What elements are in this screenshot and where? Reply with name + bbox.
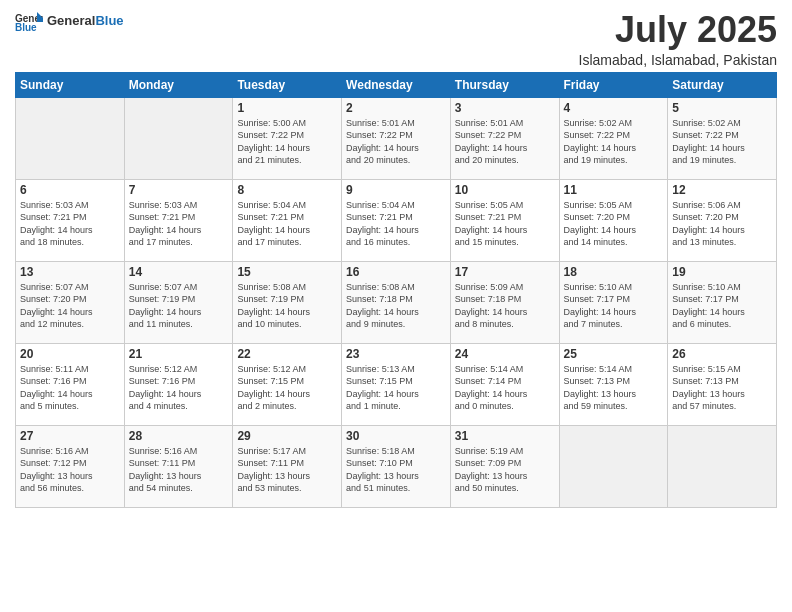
cell-info: Sunrise: 5:07 AMSunset: 7:19 PMDaylight:… <box>129 281 229 331</box>
cell-info: Sunrise: 5:06 AMSunset: 7:20 PMDaylight:… <box>672 199 772 249</box>
day-number: 1 <box>237 101 337 115</box>
day-number: 8 <box>237 183 337 197</box>
table-row <box>16 97 125 179</box>
day-number: 6 <box>20 183 120 197</box>
logo-text: GeneralBlue <box>47 14 124 28</box>
cell-info: Sunrise: 5:14 AMSunset: 7:14 PMDaylight:… <box>455 363 555 413</box>
calendar-week-row: 13Sunrise: 5:07 AMSunset: 7:20 PMDayligh… <box>16 261 777 343</box>
cell-info: Sunrise: 5:10 AMSunset: 7:17 PMDaylight:… <box>564 281 664 331</box>
cell-info: Sunrise: 5:16 AMSunset: 7:12 PMDaylight:… <box>20 445 120 495</box>
cell-info: Sunrise: 5:01 AMSunset: 7:22 PMDaylight:… <box>346 117 446 167</box>
calendar-table: Sunday Monday Tuesday Wednesday Thursday… <box>15 72 777 508</box>
svg-rect-3 <box>37 18 43 22</box>
table-row: 16Sunrise: 5:08 AMSunset: 7:18 PMDayligh… <box>342 261 451 343</box>
day-number: 14 <box>129 265 229 279</box>
table-row: 10Sunrise: 5:05 AMSunset: 7:21 PMDayligh… <box>450 179 559 261</box>
cell-info: Sunrise: 5:15 AMSunset: 7:13 PMDaylight:… <box>672 363 772 413</box>
table-row: 14Sunrise: 5:07 AMSunset: 7:19 PMDayligh… <box>124 261 233 343</box>
table-row: 9Sunrise: 5:04 AMSunset: 7:21 PMDaylight… <box>342 179 451 261</box>
calendar-week-row: 27Sunrise: 5:16 AMSunset: 7:12 PMDayligh… <box>16 425 777 507</box>
cell-info: Sunrise: 5:05 AMSunset: 7:21 PMDaylight:… <box>455 199 555 249</box>
table-row: 26Sunrise: 5:15 AMSunset: 7:13 PMDayligh… <box>668 343 777 425</box>
day-number: 19 <box>672 265 772 279</box>
table-row: 18Sunrise: 5:10 AMSunset: 7:17 PMDayligh… <box>559 261 668 343</box>
cell-info: Sunrise: 5:12 AMSunset: 7:16 PMDaylight:… <box>129 363 229 413</box>
table-row: 27Sunrise: 5:16 AMSunset: 7:12 PMDayligh… <box>16 425 125 507</box>
day-number: 13 <box>20 265 120 279</box>
day-number: 5 <box>672 101 772 115</box>
cell-info: Sunrise: 5:13 AMSunset: 7:15 PMDaylight:… <box>346 363 446 413</box>
table-row: 31Sunrise: 5:19 AMSunset: 7:09 PMDayligh… <box>450 425 559 507</box>
calendar-header-row: Sunday Monday Tuesday Wednesday Thursday… <box>16 72 777 97</box>
col-sunday: Sunday <box>16 72 125 97</box>
cell-info: Sunrise: 5:04 AMSunset: 7:21 PMDaylight:… <box>346 199 446 249</box>
day-number: 25 <box>564 347 664 361</box>
day-number: 26 <box>672 347 772 361</box>
col-friday: Friday <box>559 72 668 97</box>
cell-info: Sunrise: 5:00 AMSunset: 7:22 PMDaylight:… <box>237 117 337 167</box>
cell-info: Sunrise: 5:12 AMSunset: 7:15 PMDaylight:… <box>237 363 337 413</box>
page: General Blue GeneralBlue July 2025 Islam… <box>0 0 792 612</box>
day-number: 28 <box>129 429 229 443</box>
cell-info: Sunrise: 5:16 AMSunset: 7:11 PMDaylight:… <box>129 445 229 495</box>
table-row: 12Sunrise: 5:06 AMSunset: 7:20 PMDayligh… <box>668 179 777 261</box>
cell-info: Sunrise: 5:14 AMSunset: 7:13 PMDaylight:… <box>564 363 664 413</box>
day-number: 3 <box>455 101 555 115</box>
day-number: 20 <box>20 347 120 361</box>
cell-info: Sunrise: 5:03 AMSunset: 7:21 PMDaylight:… <box>129 199 229 249</box>
day-number: 11 <box>564 183 664 197</box>
cell-info: Sunrise: 5:18 AMSunset: 7:10 PMDaylight:… <box>346 445 446 495</box>
day-number: 24 <box>455 347 555 361</box>
location-text: Islamabad, Islamabad, Pakistan <box>579 52 777 68</box>
table-row: 2Sunrise: 5:01 AMSunset: 7:22 PMDaylight… <box>342 97 451 179</box>
table-row: 11Sunrise: 5:05 AMSunset: 7:20 PMDayligh… <box>559 179 668 261</box>
table-row: 22Sunrise: 5:12 AMSunset: 7:15 PMDayligh… <box>233 343 342 425</box>
day-number: 22 <box>237 347 337 361</box>
calendar-week-row: 6Sunrise: 5:03 AMSunset: 7:21 PMDaylight… <box>16 179 777 261</box>
cell-info: Sunrise: 5:08 AMSunset: 7:18 PMDaylight:… <box>346 281 446 331</box>
table-row: 1Sunrise: 5:00 AMSunset: 7:22 PMDaylight… <box>233 97 342 179</box>
table-row: 3Sunrise: 5:01 AMSunset: 7:22 PMDaylight… <box>450 97 559 179</box>
cell-info: Sunrise: 5:02 AMSunset: 7:22 PMDaylight:… <box>564 117 664 167</box>
title-section: July 2025 Islamabad, Islamabad, Pakistan <box>579 10 777 68</box>
table-row: 4Sunrise: 5:02 AMSunset: 7:22 PMDaylight… <box>559 97 668 179</box>
cell-info: Sunrise: 5:07 AMSunset: 7:20 PMDaylight:… <box>20 281 120 331</box>
cell-info: Sunrise: 5:02 AMSunset: 7:22 PMDaylight:… <box>672 117 772 167</box>
day-number: 12 <box>672 183 772 197</box>
table-row: 5Sunrise: 5:02 AMSunset: 7:22 PMDaylight… <box>668 97 777 179</box>
logo: General Blue GeneralBlue <box>15 10 124 32</box>
header: General Blue GeneralBlue July 2025 Islam… <box>15 10 777 68</box>
logo-icon: General Blue <box>15 10 43 32</box>
table-row: 17Sunrise: 5:09 AMSunset: 7:18 PMDayligh… <box>450 261 559 343</box>
day-number: 4 <box>564 101 664 115</box>
col-monday: Monday <box>124 72 233 97</box>
cell-info: Sunrise: 5:04 AMSunset: 7:21 PMDaylight:… <box>237 199 337 249</box>
table-row <box>559 425 668 507</box>
day-number: 10 <box>455 183 555 197</box>
svg-text:Blue: Blue <box>15 22 37 32</box>
table-row: 15Sunrise: 5:08 AMSunset: 7:19 PMDayligh… <box>233 261 342 343</box>
table-row: 21Sunrise: 5:12 AMSunset: 7:16 PMDayligh… <box>124 343 233 425</box>
table-row: 28Sunrise: 5:16 AMSunset: 7:11 PMDayligh… <box>124 425 233 507</box>
day-number: 29 <box>237 429 337 443</box>
table-row: 20Sunrise: 5:11 AMSunset: 7:16 PMDayligh… <box>16 343 125 425</box>
day-number: 27 <box>20 429 120 443</box>
cell-info: Sunrise: 5:19 AMSunset: 7:09 PMDaylight:… <box>455 445 555 495</box>
day-number: 18 <box>564 265 664 279</box>
day-number: 7 <box>129 183 229 197</box>
cell-info: Sunrise: 5:01 AMSunset: 7:22 PMDaylight:… <box>455 117 555 167</box>
table-row: 19Sunrise: 5:10 AMSunset: 7:17 PMDayligh… <box>668 261 777 343</box>
col-wednesday: Wednesday <box>342 72 451 97</box>
month-year-title: July 2025 <box>579 10 777 50</box>
col-thursday: Thursday <box>450 72 559 97</box>
cell-info: Sunrise: 5:17 AMSunset: 7:11 PMDaylight:… <box>237 445 337 495</box>
cell-info: Sunrise: 5:03 AMSunset: 7:21 PMDaylight:… <box>20 199 120 249</box>
cell-info: Sunrise: 5:11 AMSunset: 7:16 PMDaylight:… <box>20 363 120 413</box>
table-row: 6Sunrise: 5:03 AMSunset: 7:21 PMDaylight… <box>16 179 125 261</box>
day-number: 23 <box>346 347 446 361</box>
table-row: 30Sunrise: 5:18 AMSunset: 7:10 PMDayligh… <box>342 425 451 507</box>
day-number: 21 <box>129 347 229 361</box>
cell-info: Sunrise: 5:10 AMSunset: 7:17 PMDaylight:… <box>672 281 772 331</box>
table-row: 13Sunrise: 5:07 AMSunset: 7:20 PMDayligh… <box>16 261 125 343</box>
table-row <box>124 97 233 179</box>
